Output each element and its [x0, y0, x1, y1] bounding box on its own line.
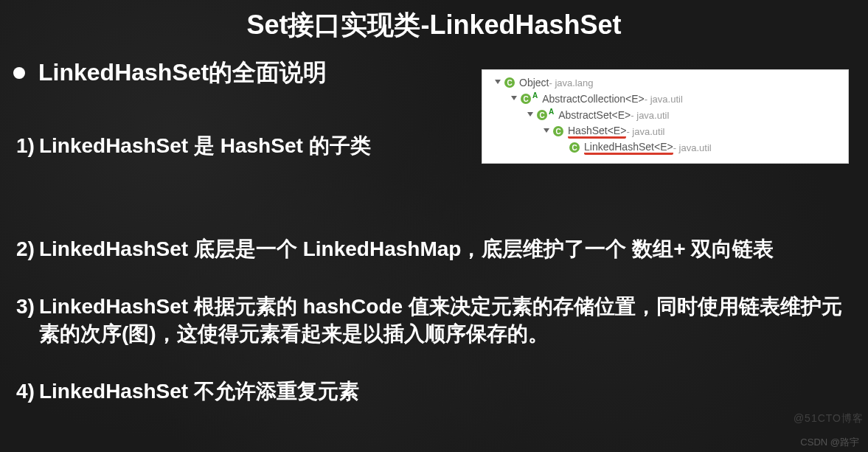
class-icon: C	[504, 77, 515, 88]
item-text: LinkedHashSet 根据元素的 hashCode 值来决定元素的存储位置…	[39, 293, 852, 349]
slide-title: Set接口实现类-LinkedHashSet	[0, 0, 868, 52]
item-number: 1)	[16, 132, 35, 160]
class-icon: C	[553, 126, 563, 136]
abstract-marker: A	[549, 108, 554, 116]
expand-arrow-icon	[543, 128, 550, 135]
watermark-csdn: CSDN @路宇	[800, 436, 859, 449]
class-hierarchy-panel: CObject - java.langCAAbstractCollection<…	[482, 69, 849, 164]
tree-row: CLinkedHashSet<E> - java.util	[488, 139, 842, 156]
tree-row: CAAbstractSet<E> - java.util	[488, 107, 842, 123]
expand-arrow-icon	[559, 144, 566, 151]
expand-arrow-icon	[510, 95, 518, 102]
class-icon: C	[537, 110, 547, 120]
item-number: 3)	[16, 293, 35, 349]
expand-arrow-icon	[494, 79, 501, 86]
item-text: LinkedHashSet 不允许添重复元素	[39, 378, 359, 406]
tree-row: CHashSet<E> - java.util	[488, 123, 842, 139]
svg-marker-3	[544, 128, 549, 133]
package-name: - java.util	[673, 142, 712, 153]
item-number: 4)	[16, 378, 35, 406]
class-icon: C	[569, 142, 580, 153]
list-item: 4) LinkedHashSet 不允许添重复元素	[16, 378, 852, 406]
expand-arrow-icon	[527, 111, 534, 119]
item-number: 2)	[16, 235, 35, 263]
tree-row: CObject - java.lang	[488, 74, 842, 91]
package-name: - java.lang	[549, 77, 593, 88]
svg-marker-1	[511, 96, 517, 100]
svg-marker-2	[527, 112, 533, 117]
class-name: AbstractCollection<E>	[542, 93, 645, 105]
item-text: LinkedHashSet 底层是一个 LinkedHashMap，底层维护了一…	[39, 235, 774, 263]
watermark-51cto: @51CTO博客	[794, 412, 864, 425]
class-name: LinkedHashSet<E>	[584, 141, 673, 155]
class-name: HashSet<E>	[568, 125, 626, 139]
abstract-marker: A	[532, 91, 538, 100]
package-name: - java.util	[645, 94, 683, 105]
class-name: AbstractSet<E>	[558, 109, 631, 121]
subtitle-text: LinkedHashSet的全面说明	[38, 57, 327, 89]
class-icon: C	[521, 94, 531, 104]
class-name: Object	[519, 77, 549, 88]
list-item: 3) LinkedHashSet 根据元素的 hashCode 值来决定元素的存…	[16, 293, 852, 349]
package-name: - java.util	[631, 110, 669, 121]
points-list: 1) LinkedHashSet 是 HashSet 的子类 2) Linked…	[0, 132, 868, 406]
svg-marker-0	[495, 80, 501, 84]
bullet-icon	[13, 67, 25, 79]
list-item: 2) LinkedHashSet 底层是一个 LinkedHashMap，底层维…	[16, 235, 852, 263]
item-text: LinkedHashSet 是 HashSet 的子类	[39, 132, 371, 160]
tree-row: CAAbstractCollection<E> - java.util	[488, 91, 842, 107]
package-name: - java.util	[626, 126, 664, 137]
